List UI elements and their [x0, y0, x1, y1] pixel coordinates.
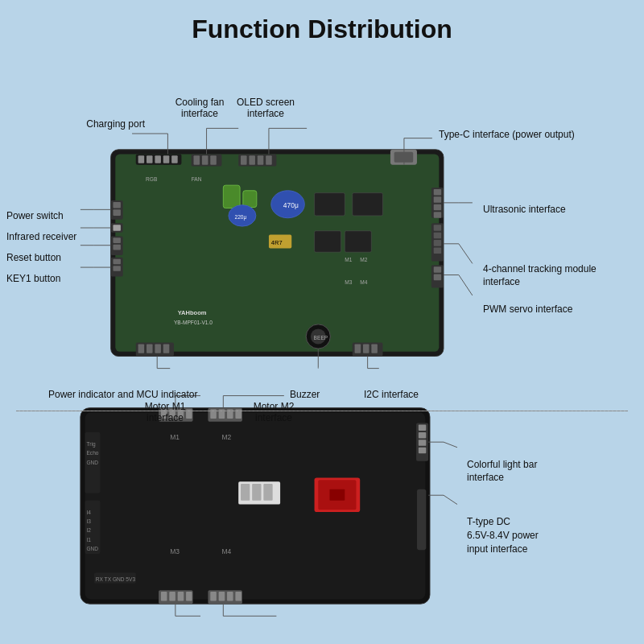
svg-rect-41 [111, 258, 123, 277]
svg-rect-148 [210, 592, 217, 601]
svg-rect-37 [113, 225, 120, 231]
svg-text:BEEP: BEEP [314, 335, 328, 341]
svg-rect-66 [355, 344, 361, 353]
svg-rect-48 [434, 212, 441, 218]
svg-rect-136 [329, 489, 345, 501]
page-title: Function Distribution [0, 0, 644, 52]
svg-rect-141 [417, 489, 426, 551]
svg-rect-46 [434, 196, 441, 203]
svg-rect-10 [202, 155, 208, 164]
svg-line-159 [444, 442, 457, 448]
svg-text:Echo: Echo [86, 450, 98, 456]
svg-rect-52 [434, 240, 441, 246]
svg-text:M4: M4 [221, 547, 231, 555]
svg-point-25 [229, 205, 256, 226]
svg-rect-16 [266, 155, 272, 164]
svg-rect-15 [258, 155, 264, 164]
svg-rect-6 [163, 155, 170, 163]
svg-rect-0 [111, 150, 444, 357]
svg-rect-61 [163, 344, 170, 353]
svg-text:RX TX GND 5V3: RX TX GND 5V3 [96, 576, 136, 582]
label-ttype-dc: T-type DC6.5V-8.4V powerinput interface [467, 515, 539, 555]
svg-rect-11 [210, 155, 217, 164]
svg-text:I3: I3 [86, 518, 91, 524]
svg-rect-65 [353, 343, 383, 357]
svg-rect-7 [171, 155, 178, 163]
svg-line-96 [459, 275, 473, 295]
svg-rect-54 [431, 265, 444, 287]
label-motor-m2: Motor M2 interface [233, 401, 314, 423]
svg-rect-49 [431, 223, 444, 261]
svg-rect-144 [169, 592, 175, 601]
svg-rect-57 [136, 343, 174, 357]
svg-rect-2 [136, 154, 182, 164]
svg-rect-8 [192, 154, 222, 166]
svg-text:M3: M3 [345, 279, 352, 285]
section-divider [16, 411, 628, 411]
svg-rect-13 [241, 155, 247, 164]
svg-rect-45 [434, 189, 441, 196]
svg-rect-51 [434, 233, 441, 239]
svg-text:GND: GND [86, 460, 98, 465]
svg-rect-33 [111, 200, 123, 220]
svg-text:I1: I1 [86, 537, 91, 543]
svg-rect-32 [345, 231, 371, 252]
svg-rect-31 [315, 231, 341, 252]
svg-rect-34 [113, 202, 120, 208]
svg-rect-143 [161, 592, 167, 601]
svg-rect-27 [269, 235, 291, 249]
svg-rect-55 [434, 266, 441, 273]
svg-text:I2: I2 [86, 527, 91, 533]
svg-rect-137 [238, 481, 280, 504]
svg-rect-139 [252, 484, 261, 501]
svg-text:YAHboom: YAHboom [178, 309, 207, 316]
svg-rect-38 [111, 236, 123, 255]
svg-rect-127 [94, 572, 136, 583]
label-power-indicator: Power indicator and MCU indicator [48, 389, 197, 400]
svg-rect-133 [419, 448, 426, 454]
label-pwm: PWM servo interface [483, 303, 572, 315]
svg-rect-60 [155, 344, 161, 353]
svg-text:220μ: 220μ [234, 214, 246, 221]
label-buzzer: Buzzer [290, 389, 320, 400]
label-cooling-fan: Cooling faninterface [167, 97, 232, 119]
svg-text:M4: M4 [360, 279, 367, 285]
svg-rect-5 [155, 155, 161, 163]
svg-text:M2: M2 [221, 433, 231, 441]
svg-text:FAN: FAN [192, 176, 202, 182]
label-motor-m1: Motor M1 interface [125, 401, 205, 423]
svg-rect-29 [315, 193, 345, 216]
label-charging-port: Charging port [48, 118, 145, 130]
label-key1: KEY1 button [6, 273, 60, 284]
label-i2c: I2C interface [364, 389, 419, 400]
svg-rect-150 [227, 592, 233, 601]
svg-rect-12 [238, 154, 276, 166]
svg-text:I4: I4 [86, 510, 91, 515]
label-reset: Reset button [6, 252, 61, 263]
svg-rect-43 [113, 266, 120, 271]
svg-rect-9 [194, 155, 200, 164]
svg-text:YB-MPF01-V1.0: YB-MPF01-V1.0 [174, 320, 213, 325]
label-colorful-light: Colorful light barinterface [467, 459, 537, 484]
svg-rect-59 [147, 344, 153, 353]
svg-rect-22 [243, 191, 257, 208]
label-ultrasonic: Ultrasonic interface [483, 204, 566, 215]
svg-text:M1: M1 [170, 433, 180, 441]
svg-rect-147 [208, 590, 242, 604]
full-diagram: RGB FAN 470μ 220μ 4R7 [0, 52, 644, 644]
svg-text:4R7: 4R7 [271, 239, 283, 246]
svg-rect-132 [419, 440, 426, 446]
label-tracking: 4-channel tracking moduleinterface [483, 263, 597, 288]
label-oled-screen: OLED screeninterface [233, 97, 298, 119]
svg-rect-58 [138, 344, 145, 353]
svg-rect-1 [115, 154, 439, 351]
svg-rect-130 [419, 424, 426, 431]
svg-text:470μ: 470μ [283, 201, 299, 209]
svg-rect-47 [434, 204, 441, 211]
svg-rect-151 [235, 592, 242, 601]
svg-rect-40 [113, 245, 120, 250]
svg-rect-53 [434, 248, 441, 254]
svg-line-94 [459, 244, 473, 264]
svg-rect-17 [390, 150, 417, 165]
svg-rect-56 [434, 275, 441, 281]
